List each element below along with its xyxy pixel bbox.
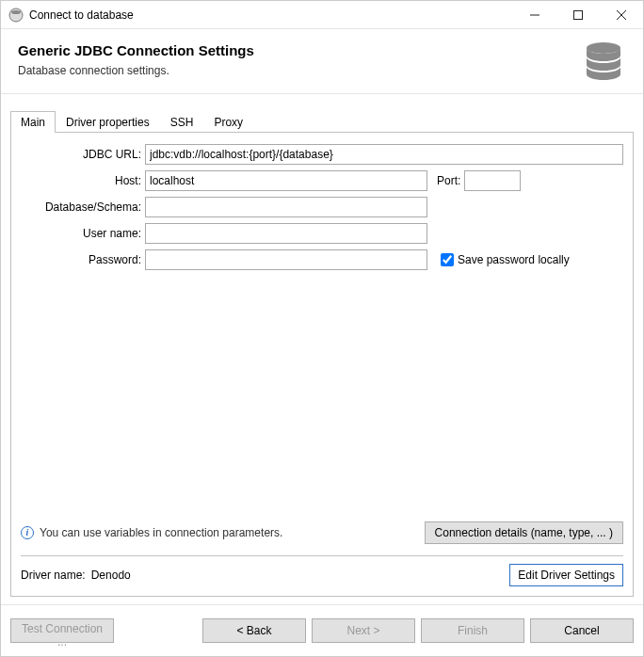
- username-label: User name:: [21, 227, 145, 240]
- window-buttons: [513, 1, 643, 29]
- tab-ssh[interactable]: SSH: [160, 111, 204, 133]
- header: Generic JDBC Connection Settings Databas…: [1, 29, 643, 94]
- info-text: You can use variables in connection para…: [40, 526, 282, 539]
- svg-point-1: [11, 10, 21, 14]
- password-label: Password:: [21, 253, 145, 266]
- driver-name-value: Denodo: [91, 569, 131, 582]
- window-title: Connect to database: [29, 8, 513, 22]
- database-schema-input[interactable]: [145, 197, 427, 217]
- page-title: Generic JDBC Connection Settings: [18, 42, 254, 58]
- jdbc-url-input[interactable]: [145, 144, 623, 165]
- database-schema-label: Database/Schema:: [21, 200, 145, 214]
- username-input[interactable]: [145, 223, 427, 244]
- minimize-button[interactable]: [513, 1, 556, 29]
- save-password-checkbox[interactable]: [441, 253, 454, 266]
- dialog-window: Connect to database Generic JDBC Connect…: [0, 0, 644, 657]
- titlebar: Connect to database: [1, 1, 643, 29]
- edit-driver-settings-button[interactable]: Edit Driver Settings: [509, 564, 623, 586]
- port-label: Port:: [437, 174, 460, 187]
- svg-point-6: [587, 42, 620, 54]
- divider: [21, 555, 623, 556]
- page-subtitle: Database connection settings.: [18, 64, 254, 77]
- database-icon: [581, 39, 626, 84]
- tab-proxy[interactable]: Proxy: [203, 111, 253, 133]
- test-connection-button[interactable]: Test Connection ...: [10, 618, 114, 643]
- cancel-button[interactable]: Cancel: [530, 618, 634, 643]
- next-button[interactable]: Next >: [312, 618, 415, 643]
- body: Main Driver properties SSH Proxy JDBC UR…: [1, 94, 643, 604]
- port-input[interactable]: [464, 170, 521, 191]
- back-button[interactable]: < Back: [202, 618, 306, 643]
- driver-name-label: Driver name:: [21, 569, 86, 582]
- maximize-button[interactable]: [556, 1, 600, 29]
- jdbc-url-label: JDBC URL:: [21, 148, 145, 161]
- host-input[interactable]: [145, 170, 427, 191]
- footer: Test Connection ... < Back Next > Finish…: [1, 604, 643, 656]
- tabstrip: Main Driver properties SSH Proxy: [10, 107, 634, 132]
- finish-button[interactable]: Finish: [421, 618, 524, 643]
- password-input[interactable]: [145, 249, 427, 270]
- tab-main[interactable]: Main: [10, 111, 56, 133]
- info-icon: i: [21, 526, 34, 539]
- svg-rect-3: [574, 10, 583, 19]
- connection-details-button[interactable]: Connection details (name, type, ... ): [425, 521, 623, 544]
- tab-panel-main: JDBC URL: Host: Port: Database/Schema: U…: [10, 132, 634, 597]
- save-password-container[interactable]: Save password locally: [437, 250, 570, 269]
- save-password-label: Save password locally: [458, 253, 570, 266]
- close-button[interactable]: [600, 1, 643, 29]
- app-icon: [8, 8, 24, 23]
- host-label: Host:: [21, 174, 145, 187]
- tab-driver-properties[interactable]: Driver properties: [56, 111, 160, 133]
